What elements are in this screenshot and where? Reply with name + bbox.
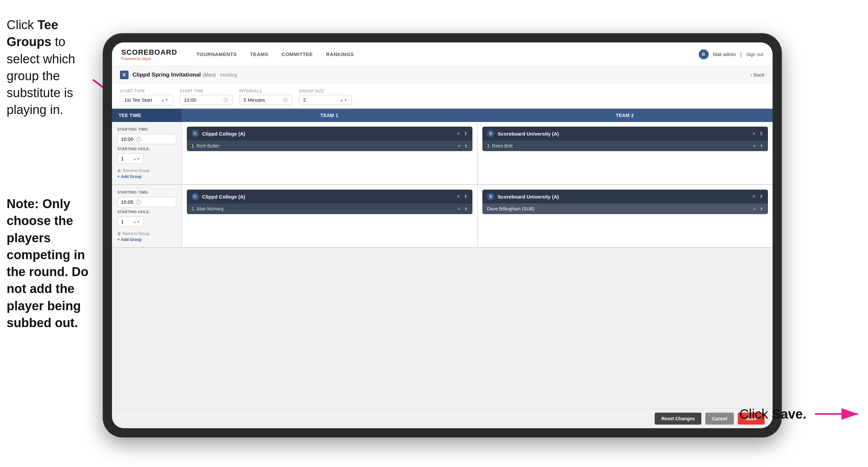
player-row-1-2: 2. Blair McHarg ✕ ⬆ (187, 204, 472, 214)
bc-icon: B (120, 70, 128, 79)
player-row-sub: Dave Billingham (SUB) ✕ ⬆ (483, 204, 768, 214)
group-size-input[interactable]: 2 ▲▼ (299, 95, 352, 105)
sign-out-link[interactable]: Sign out (746, 52, 763, 57)
player-name-1-2: 2. Blair McHarg (191, 206, 454, 211)
team2-controls-1[interactable]: ✕ ⬆ (752, 131, 763, 136)
player-name-sub: Dave Billingham (SUB) (487, 206, 749, 211)
player-controls-2-1[interactable]: ✕ ⬆ (753, 144, 763, 148)
team1-name-1: Clippd College (A) (202, 131, 453, 137)
team2-card-2[interactable]: S Scoreboard University (A) ✕ ⬆ Dave Bil… (483, 189, 768, 214)
bottom-bar: Reset Changes Cancel Save (112, 408, 773, 428)
player-close-icon-3[interactable]: ✕ (457, 206, 461, 211)
logo-subtitle: Powered by clippd (121, 57, 177, 61)
reset-changes-button[interactable]: Reset Changes (655, 413, 701, 425)
tablet-screen: SCOREBOARD Powered by clippd TOURNAMENTS… (112, 42, 773, 428)
starting-hole-input-1[interactable]: 1 ▲▼ (117, 153, 144, 164)
nav-right: B blair admin | Sign out (699, 49, 764, 59)
team2-close-icon-2[interactable]: ✕ (752, 194, 756, 199)
team1-card-header-1: C Clippd College (A) ✕ ⬆ (187, 126, 472, 141)
team1-close-icon-2[interactable]: ✕ (457, 194, 461, 199)
tee-group-row-2: STARTING TIME: 10:05 🕐 STARTING HOLE: 1 … (112, 185, 773, 248)
player-controls-sub[interactable]: ✕ ⬆ (753, 206, 763, 211)
starting-hole-input-2[interactable]: 1 ▲▼ (117, 216, 144, 227)
player-row-2-1: 1. Rees Britt ✕ ⬆ (483, 141, 768, 151)
starting-hole-label-1: STARTING HOLE: (117, 147, 176, 151)
table-header: Tee Time Team 1 Team 2 (112, 109, 773, 122)
start-type-input[interactable]: 1st Tee Start ▲▼ (120, 95, 173, 105)
player-controls-1-2[interactable]: ✕ ⬆ (457, 206, 468, 211)
start-type-label: Start Type (120, 89, 173, 93)
team1-icon-1: C (191, 130, 199, 137)
intervals-input[interactable]: 5 Minutes 🕐 (239, 95, 292, 105)
instruction-text: Click Tee Groups to select which group t… (0, 10, 96, 125)
team1-name-2: Clippd College (A) (202, 194, 453, 200)
col-team1: Team 1 (182, 109, 477, 122)
team1-card-1[interactable]: C Clippd College (A) ✕ ⬆ 1. Rich Butler … (187, 126, 472, 151)
cancel-button[interactable]: Cancel (705, 413, 734, 425)
top-nav: SCOREBOARD Powered by clippd TOURNAMENTS… (112, 42, 773, 66)
team2-card-header-2: S Scoreboard University (A) ✕ ⬆ (483, 189, 768, 204)
player-expand-icon-2[interactable]: ⬆ (760, 144, 763, 148)
starting-time-label-2: STARTING TIME: (117, 190, 176, 194)
start-type-group: Start Type 1st Tee Start ▲▼ (120, 89, 173, 105)
gender-label: (Men) (203, 72, 216, 78)
tablet-frame: SCOREBOARD Powered by clippd TOURNAMENTS… (103, 33, 782, 438)
team1-controls-2[interactable]: ✕ ⬆ (457, 194, 468, 199)
add-group-btn-2[interactable]: + Add Group (117, 237, 176, 242)
nav-committee[interactable]: COMMITTEE (276, 49, 319, 60)
nav-tournaments[interactable]: TOURNAMENTS (190, 49, 243, 60)
save-button[interactable]: Save (738, 413, 765, 425)
tee-group-row-1: STARTING TIME: 10:00 🕐 STARTING HOLE: 1 … (112, 122, 773, 185)
group-size-group: Group Size 2 ▲▼ (299, 89, 352, 105)
nav-teams[interactable]: TEAMS (244, 49, 274, 60)
team2-close-icon[interactable]: ✕ (752, 131, 756, 136)
start-time-input[interactable]: 10:00 🕐 (180, 95, 232, 105)
team1-close-icon[interactable]: ✕ (457, 131, 461, 136)
sub-close-icon[interactable]: ✕ (753, 206, 756, 211)
hosting-label: Hosting (220, 72, 237, 78)
team2-controls-2[interactable]: ✕ ⬆ (752, 194, 763, 199)
team2-expand-icon-2[interactable]: ⬆ (760, 194, 763, 199)
tee-time-input-1[interactable]: 10:00 🕐 (117, 134, 176, 144)
add-group-btn-1[interactable]: + Add Group (117, 174, 176, 179)
team1-card-header-2: C Clippd College (A) ✕ ⬆ (187, 189, 472, 204)
team1-cell-1: C Clippd College (A) ✕ ⬆ 1. Rich Butler … (182, 122, 477, 184)
back-button[interactable]: Back (750, 72, 765, 78)
player-expand-icon-3[interactable]: ⬆ (464, 206, 468, 211)
tournament-name: Clippd Spring Invitational (132, 71, 201, 78)
player-close-icon-2[interactable]: ✕ (753, 144, 756, 148)
remove-group-btn-1[interactable]: 🗑 Remove Group (117, 168, 176, 173)
team1-controls-1[interactable]: ✕ ⬆ (457, 131, 468, 136)
col-team2: Team 2 (477, 109, 773, 122)
team2-card-1[interactable]: S Scoreboard University (A) ✕ ⬆ 1. Rees … (483, 126, 768, 151)
nav-links: TOURNAMENTS TEAMS COMMITTEE RANKINGS (190, 49, 699, 60)
team1-cell-2: C Clippd College (A) ✕ ⬆ 2. Blair McHarg… (182, 185, 477, 247)
sub-expand-icon[interactable]: ⬆ (760, 206, 763, 211)
team2-icon-1: S (487, 130, 494, 137)
starting-hole-label-2: STARTING HOLE: (117, 210, 176, 214)
logo-title: SCOREBOARD (121, 48, 177, 57)
team2-cell-1: S Scoreboard University (A) ✕ ⬆ 1. Rees … (477, 122, 773, 184)
team1-expand-icon[interactable]: ⬆ (464, 131, 468, 136)
team2-icon-2: S (487, 193, 494, 200)
team1-expand-icon-2[interactable]: ⬆ (464, 194, 468, 199)
group-actions-2: 🗑 Remove Group + Add Group (117, 231, 176, 242)
team2-expand-icon[interactable]: ⬆ (760, 131, 763, 136)
player-controls-1-1[interactable]: ✕ ⬆ (457, 144, 468, 148)
player-expand-icon-1[interactable]: ⬆ (464, 144, 468, 148)
col-tee-time: Tee Time (112, 109, 182, 122)
group-actions-1: 🗑 Remove Group + Add Group (117, 168, 176, 179)
starting-time-label-1: STARTING TIME: (117, 127, 176, 131)
tee-time-input-2[interactable]: 10:05 🕐 (117, 197, 176, 207)
main-content[interactable]: STARTING TIME: 10:00 🕐 STARTING HOLE: 1 … (112, 122, 773, 408)
intervals-group: Intervals 5 Minutes 🕐 (239, 89, 292, 105)
start-time-label: Start Time (180, 89, 232, 93)
note-label: Note: (7, 197, 42, 211)
team2-name-1: Scoreboard University (A) (498, 131, 749, 137)
save-arrow-svg (812, 406, 865, 422)
note-text: Note: Only choose the players competing … (0, 189, 103, 338)
remove-group-btn-2[interactable]: 🗑 Remove Group (117, 231, 176, 236)
nav-rankings[interactable]: RANKINGS (320, 49, 360, 60)
player-close-icon-1[interactable]: ✕ (457, 144, 461, 148)
team1-card-2[interactable]: C Clippd College (A) ✕ ⬆ 2. Blair McHarg… (187, 189, 472, 214)
